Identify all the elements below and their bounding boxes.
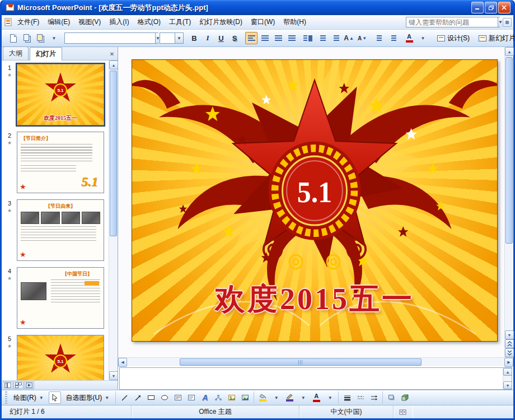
- current-slide[interactable]: 5.1 欢度2015五一: [132, 59, 498, 342]
- slide-thumbnail-2[interactable]: 【节日简介】 5.1 ★: [17, 132, 104, 193]
- font-name-input[interactable]: [65, 33, 155, 43]
- fill-color-dropdown[interactable]: ▼: [270, 391, 282, 404]
- line-color-dropdown[interactable]: ▼: [297, 391, 309, 404]
- minimize-button[interactable]: [471, 2, 484, 13]
- menu-help[interactable]: 帮助(H): [279, 15, 310, 30]
- menu-format[interactable]: 格式(O): [134, 15, 165, 30]
- draw-menu-button[interactable]: 绘图(R)▼: [10, 391, 48, 404]
- tab-outline[interactable]: 大纲: [3, 46, 29, 60]
- scroll-down-button[interactable]: ▼: [505, 330, 514, 339]
- notes-scroll-down-button[interactable]: ▼: [503, 381, 512, 389]
- spelling-status-icon[interactable]: [394, 405, 413, 418]
- diagram-button[interactable]: [212, 391, 224, 404]
- scroll-left-button[interactable]: ◀: [118, 358, 127, 367]
- menu-window[interactable]: 窗口(W): [247, 15, 279, 30]
- previous-slide-button[interactable]: [505, 339, 514, 348]
- document-small-icon[interactable]: [3, 17, 13, 27]
- font-size-input[interactable]: [160, 33, 175, 43]
- notes-text-area[interactable]: [120, 368, 503, 389]
- slide-title-text[interactable]: 欢度2015五一: [132, 279, 497, 320]
- slide-thumbnail-3[interactable]: 【节日由来】 ★: [17, 199, 104, 261]
- help-dropdown-arrow[interactable]: ▼: [498, 17, 503, 27]
- new-slide-button[interactable]: 新幻灯片(N): [475, 32, 515, 44]
- menu-tools[interactable]: 工具(T): [165, 15, 195, 30]
- scroll-up-button[interactable]: ▲: [505, 47, 514, 56]
- arrow-style-button[interactable]: [368, 391, 380, 404]
- thumbs-scroll-up-button[interactable]: ▲: [109, 60, 118, 69]
- horizontal-scrollbar[interactable]: ◀ ▶: [118, 357, 513, 366]
- align-left-button[interactable]: [245, 32, 258, 44]
- oval-button[interactable]: [158, 391, 171, 404]
- menubar-options-button[interactable]: ▦: [503, 18, 512, 27]
- panel-close-button[interactable]: ✕: [107, 50, 116, 58]
- increase-font-button[interactable]: A▲: [343, 32, 355, 44]
- slide-thumbnail-5[interactable]: 5.1 欢度2015五一: [17, 335, 104, 380]
- autoshapes-button[interactable]: 自选图形(U)▼: [62, 391, 114, 404]
- slideshow-view-button[interactable]: [24, 381, 34, 389]
- notes-pane[interactable]: ▲ ▼: [119, 367, 512, 390]
- drawbar-grip[interactable]: [5, 391, 7, 404]
- menu-insert[interactable]: 插入(I): [105, 15, 133, 30]
- animation-indicator-icon[interactable]: ★: [7, 72, 12, 78]
- shadow-style-button[interactable]: [385, 391, 397, 404]
- insert-picture-button[interactable]: [239, 391, 251, 404]
- italic-button[interactable]: I: [202, 32, 214, 44]
- language-indicator[interactable]: 中文(中国): [299, 405, 394, 418]
- slide-design-button[interactable]: 设计(S): [433, 32, 474, 44]
- animation-indicator-icon[interactable]: ★: [7, 276, 12, 281]
- arrow-button[interactable]: [132, 391, 144, 404]
- tab-slides[interactable]: 幻灯片: [30, 47, 62, 60]
- justify-button[interactable]: [285, 32, 298, 44]
- font-color-dropdown[interactable]: ▼: [416, 32, 429, 44]
- columns-button[interactable]: [299, 32, 311, 44]
- align-right-button[interactable]: [272, 32, 284, 44]
- animation-indicator-icon[interactable]: ★: [7, 140, 12, 146]
- menu-view[interactable]: 视图(V): [74, 15, 105, 30]
- rectangle-button[interactable]: [145, 391, 157, 404]
- theme-indicator[interactable]: Office 主题: [132, 405, 299, 418]
- underline-button[interactable]: U: [215, 32, 227, 44]
- close-button[interactable]: [498, 2, 511, 13]
- slide-sorter-view-button[interactable]: [13, 381, 24, 389]
- menu-file[interactable]: 文件(F): [13, 15, 43, 30]
- help-input[interactable]: [406, 18, 498, 26]
- clipart-button[interactable]: [226, 391, 238, 404]
- toolbar-options-button[interactable]: ▼: [48, 32, 60, 44]
- thumbnails-scrollbar[interactable]: ▲ ▼: [109, 60, 118, 380]
- font-color-button[interactable]: A: [403, 32, 415, 44]
- scroll-right-button[interactable]: ▶: [504, 358, 513, 367]
- align-center-button[interactable]: [259, 32, 271, 44]
- text-shadow-button[interactable]: S: [228, 32, 241, 44]
- bullets-button[interactable]: [329, 32, 341, 44]
- animation-indicator-icon[interactable]: ★: [7, 343, 12, 349]
- draw-font-color-dropdown[interactable]: ▼: [324, 391, 336, 404]
- line-style-button[interactable]: [341, 391, 353, 404]
- menu-slideshow[interactable]: 幻灯片放映(D): [195, 15, 246, 30]
- thumbs-scroll-down-button[interactable]: ▼: [109, 371, 118, 380]
- decrease-indent-button[interactable]: [373, 32, 385, 44]
- scroll-thumb[interactable]: [505, 57, 513, 244]
- font-size-dropdown[interactable]: ▼: [175, 33, 183, 43]
- decrease-font-button[interactable]: A▼: [356, 32, 368, 44]
- vertical-textbox-button[interactable]: [185, 391, 198, 404]
- dash-style-button[interactable]: [354, 391, 367, 404]
- notes-scroll-up-button[interactable]: ▲: [503, 368, 512, 376]
- select-objects-button[interactable]: [49, 391, 61, 404]
- paste-button[interactable]: [34, 32, 46, 44]
- normal-view-button[interactable]: [3, 381, 13, 389]
- slide-thumbnail-4[interactable]: 【中国节日】 ★: [17, 267, 104, 329]
- fill-color-button[interactable]: [256, 391, 269, 404]
- copy-button[interactable]: [21, 32, 33, 44]
- horizontal-scroll-thumb[interactable]: [180, 358, 421, 366]
- slide-thumbnail-1[interactable]: 5.1 欢度2015五一: [17, 64, 104, 125]
- draw-font-color-button[interactable]: A: [310, 391, 322, 404]
- thumbs-scroll-thumb[interactable]: [110, 71, 117, 236]
- vertical-scrollbar[interactable]: ▲ ▼: [504, 47, 513, 357]
- threed-style-button[interactable]: [399, 391, 411, 404]
- menu-edit[interactable]: 编辑(E): [44, 15, 74, 30]
- line-button[interactable]: [118, 391, 130, 404]
- line-color-button[interactable]: [283, 391, 296, 404]
- notes-scrollbar[interactable]: ▲ ▼: [503, 368, 512, 389]
- wordart-button[interactable]: A: [199, 391, 211, 404]
- increase-indent-button[interactable]: [386, 32, 399, 44]
